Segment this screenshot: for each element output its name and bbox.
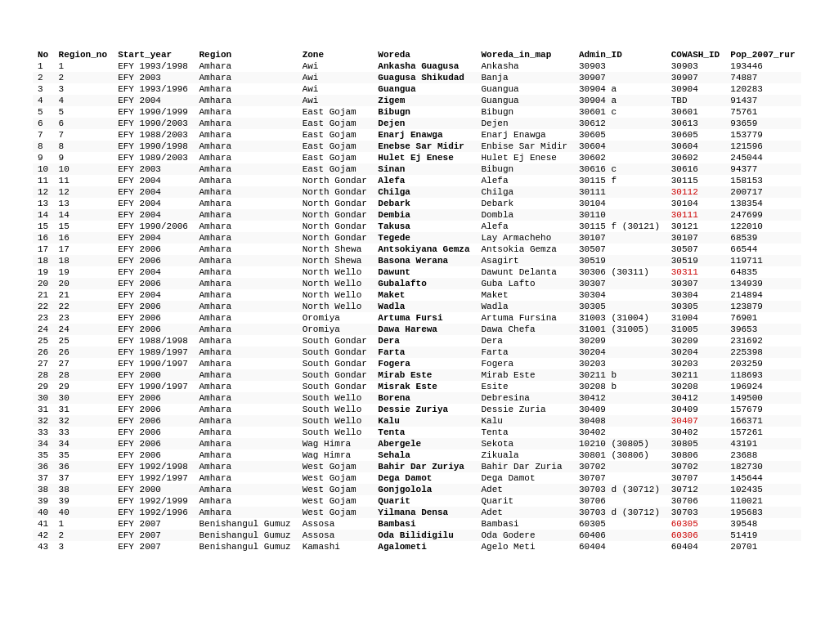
table-cell: Awi bbox=[298, 83, 374, 95]
table-cell: Amhara bbox=[195, 324, 298, 335]
col-no: No bbox=[33, 49, 54, 60]
table-cell: 9 bbox=[33, 152, 54, 163]
table-cell: 14 bbox=[33, 209, 54, 221]
table-cell: Artuma Fursi bbox=[373, 312, 476, 324]
table-cell: 30907 bbox=[666, 72, 726, 83]
table-cell: Awi bbox=[298, 95, 374, 106]
table-row: 11EFY 1993/1998AmharaAwiAnkasha GuagusaA… bbox=[33, 60, 801, 72]
table-cell: 30115 f (30121) bbox=[574, 221, 666, 232]
table-cell: 28 bbox=[54, 369, 114, 381]
table-cell: Zikuala bbox=[477, 449, 574, 461]
table-cell: Amhara bbox=[195, 289, 298, 301]
table-cell: Maket bbox=[477, 289, 574, 301]
table-cell: 7 bbox=[54, 129, 114, 141]
table-cell: 30211 b bbox=[574, 369, 666, 381]
table-cell: Gubalafto bbox=[373, 278, 476, 289]
table-cell: 40 bbox=[33, 507, 54, 518]
table-cell: 245044 bbox=[725, 152, 801, 163]
table-cell: South Wello bbox=[298, 427, 374, 438]
table-cell: 30703 bbox=[666, 507, 726, 518]
table-cell: 30605 bbox=[666, 129, 726, 141]
table-cell: Amhara bbox=[195, 198, 298, 209]
table-cell: EFY 1988/2003 bbox=[113, 129, 194, 141]
table-cell: Adet bbox=[477, 507, 574, 518]
table-cell: 153779 bbox=[725, 129, 801, 141]
table-cell: 25 bbox=[54, 335, 114, 347]
table-cell: 158153 bbox=[725, 175, 801, 186]
table-cell: Bibugn bbox=[373, 106, 476, 118]
table-row: 55EFY 1990/1999AmharaEast GojamBibugnBib… bbox=[33, 106, 801, 118]
table-cell: Amhara bbox=[195, 221, 298, 232]
table-cell: Quarit bbox=[373, 495, 476, 507]
table-cell: North Gondar bbox=[298, 221, 374, 232]
table-cell: Amhara bbox=[195, 129, 298, 141]
table-cell: 43 bbox=[33, 541, 54, 552]
table-cell: 30107 bbox=[666, 232, 726, 244]
table-cell: EFY 1993/1996 bbox=[113, 83, 194, 95]
table-cell: 60404 bbox=[574, 541, 666, 552]
table-cell: 76901 bbox=[725, 312, 801, 324]
table-cell: 123879 bbox=[725, 301, 801, 312]
table-row: 1111EFY 2004AmharaNorth GondarAlefaAlefa… bbox=[33, 175, 801, 186]
table-cell: EFY 1989/1997 bbox=[113, 347, 194, 358]
table-cell: Benishangul Gumuz bbox=[195, 530, 298, 541]
table-cell: EFY 2003 bbox=[113, 72, 194, 83]
table-cell: 19 bbox=[33, 266, 54, 278]
table-cell: 30104 bbox=[666, 198, 726, 209]
table-cell: EFY 2006 bbox=[113, 392, 194, 404]
table-cell: 118693 bbox=[725, 369, 801, 381]
table-cell: 157679 bbox=[725, 404, 801, 415]
table-cell: 30407 bbox=[666, 415, 726, 427]
table-cell: EFY 1990/2006 bbox=[113, 221, 194, 232]
table-row: 2626EFY 1989/1997AmharaSouth GondarFarta… bbox=[33, 347, 801, 358]
table-row: 1313EFY 2004AmharaNorth GondarDebarkDeba… bbox=[33, 198, 801, 209]
table-cell: Kamashi bbox=[298, 541, 374, 552]
table-cell: Awi bbox=[298, 60, 374, 72]
table-cell: EFY 2000 bbox=[113, 369, 194, 381]
table-cell: EFY 1988/1998 bbox=[113, 335, 194, 347]
table-cell: Farta bbox=[373, 347, 476, 358]
table-cell: 39 bbox=[33, 495, 54, 507]
table-cell: 16 bbox=[54, 232, 114, 244]
table-cell: 30121 bbox=[666, 221, 726, 232]
table-cell: EFY 1990/1999 bbox=[113, 106, 194, 118]
table-cell: Agelo Meti bbox=[477, 541, 574, 552]
table-cell: 12 bbox=[33, 186, 54, 198]
table-row: 4040EFY 1992/1996AmharaWest GojamYilmana… bbox=[33, 507, 801, 518]
table-cell: EFY 1992/1998 bbox=[113, 461, 194, 472]
table-cell: 30115 bbox=[666, 175, 726, 186]
table-cell: Asagirt bbox=[477, 255, 574, 266]
table-cell: Amhara bbox=[195, 118, 298, 129]
table-row: 33EFY 1993/1996AmharaAwiGuanguaGuangua30… bbox=[33, 83, 801, 95]
table-cell: 32 bbox=[33, 415, 54, 427]
table-row: 422EFY 2007Benishangul GumuzAssosaOda Bi… bbox=[33, 530, 801, 541]
table-cell: Kalu bbox=[373, 415, 476, 427]
table-cell: 225398 bbox=[725, 347, 801, 358]
table-cell: 119711 bbox=[725, 255, 801, 266]
table-row: 411EFY 2007Benishangul GumuzAssosaBambas… bbox=[33, 518, 801, 530]
table-cell: EFY 1992/1996 bbox=[113, 507, 194, 518]
col-region-no: Region_no bbox=[54, 49, 114, 60]
table-cell: Alefa bbox=[477, 221, 574, 232]
table-cell: 18 bbox=[33, 255, 54, 266]
table-cell: 30601 bbox=[666, 106, 726, 118]
table-cell: Sinan bbox=[373, 163, 476, 175]
table-cell: Oromiya bbox=[298, 324, 374, 335]
table-row: 88EFY 1990/1998AmharaEast GojamEnebse Sa… bbox=[33, 141, 801, 152]
table-cell: 5 bbox=[54, 106, 114, 118]
table-cell: South Gondar bbox=[298, 369, 374, 381]
table-cell: EFY 1990/2003 bbox=[113, 118, 194, 129]
table-cell: Zigem bbox=[373, 95, 476, 106]
table-cell: 31005 bbox=[666, 324, 726, 335]
table-cell: East Gojam bbox=[298, 129, 374, 141]
table-cell: EFY 2004 bbox=[113, 198, 194, 209]
table-cell: South Gondar bbox=[298, 347, 374, 358]
table-cell: South Wello bbox=[298, 404, 374, 415]
table-cell: West Gojam bbox=[298, 495, 374, 507]
table-cell: 30507 bbox=[666, 244, 726, 255]
table-cell: Alefa bbox=[477, 175, 574, 186]
table-cell: Oromiya bbox=[298, 312, 374, 324]
table-cell: 30702 bbox=[574, 461, 666, 472]
table-cell: Amhara bbox=[195, 449, 298, 461]
table-cell: Dera bbox=[477, 335, 574, 347]
